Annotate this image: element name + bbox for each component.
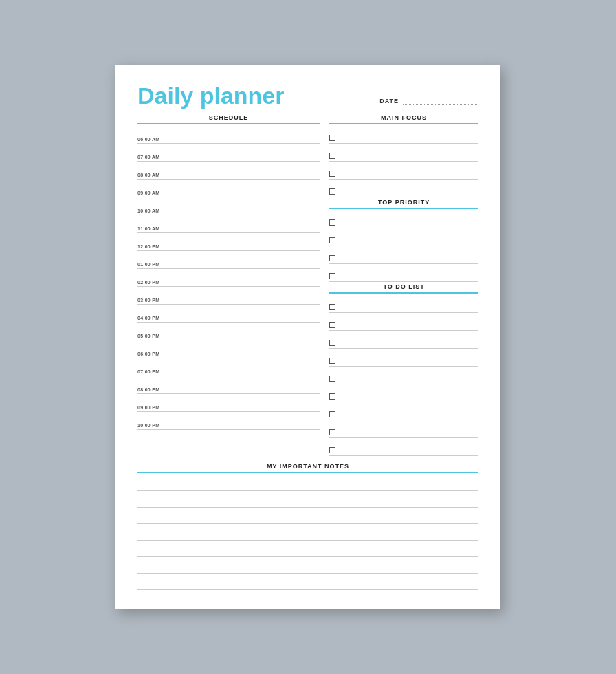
checkbox[interactable]: [329, 376, 336, 382]
time-label: 03.00 PM: [138, 298, 164, 303]
checkbox-row[interactable]: [329, 126, 478, 144]
time-label: 05.00 PM: [138, 334, 164, 338]
checkbox-row[interactable]: [329, 228, 478, 246]
schedule-row[interactable]: 04.00 PM: [138, 305, 320, 323]
notes-line[interactable]: [138, 541, 478, 557]
main-focus-section: MAIN FOCUS: [329, 114, 478, 197]
time-label: 08.00 AM: [138, 173, 164, 177]
checkbox-row[interactable]: [329, 438, 478, 456]
checkbox[interactable]: [329, 255, 336, 261]
checkbox[interactable]: [329, 322, 336, 328]
checkbox[interactable]: [329, 358, 336, 364]
time-label: 07.00 AM: [138, 155, 164, 160]
schedule-row[interactable]: 05.00 PM: [138, 323, 320, 340]
checkbox[interactable]: [329, 340, 336, 346]
schedule-row[interactable]: 01.00 PM: [138, 251, 320, 269]
checkbox[interactable]: [329, 171, 336, 177]
date-line[interactable]: [403, 98, 478, 105]
checkbox[interactable]: [329, 135, 336, 141]
notes-section: MY IMPORTANT NOTES: [138, 463, 478, 590]
date-label: DATE: [380, 98, 399, 105]
top-priority-header: TOP PRIORITY: [329, 199, 478, 209]
checkbox[interactable]: [329, 393, 336, 400]
checkbox[interactable]: [329, 411, 336, 417]
checkbox-row[interactable]: [329, 295, 478, 313]
time-label: 08.00 PM: [138, 387, 164, 392]
time-label: 09.00 AM: [138, 191, 164, 195]
checkbox[interactable]: [329, 273, 336, 279]
schedule-column: SCHEDULE 06.00 AM07.00 AM08.00 AM09.00 A…: [138, 114, 320, 457]
planner-page: Daily planner DATE SCHEDULE 06.00 AM07.0…: [116, 65, 500, 609]
time-label: 02.00 PM: [138, 280, 164, 285]
checkbox-row[interactable]: [329, 180, 478, 197]
schedule-row[interactable]: 08.00 AM: [138, 162, 320, 180]
checkbox-row[interactable]: [329, 210, 478, 228]
todo-section: TO DO LIST: [329, 283, 478, 456]
top-priority-rows: [329, 210, 478, 282]
checkbox-row[interactable]: [329, 384, 478, 402]
time-label: 11.00 AM: [138, 226, 164, 231]
checkbox-row[interactable]: [329, 420, 478, 438]
schedule-row[interactable]: 06.00 PM: [138, 340, 320, 358]
checkbox-row[interactable]: [329, 367, 478, 384]
checkbox[interactable]: [329, 188, 336, 195]
main-focus-rows: [329, 126, 478, 197]
checkbox-row[interactable]: [329, 264, 478, 282]
schedule-row[interactable]: 07.00 AM: [138, 144, 320, 162]
time-label: 10.00 PM: [138, 423, 164, 428]
notes-line[interactable]: [138, 491, 478, 508]
schedule-header: SCHEDULE: [138, 114, 320, 124]
checkbox-row[interactable]: [329, 331, 478, 349]
checkbox-row[interactable]: [329, 144, 478, 162]
checkbox[interactable]: [329, 304, 336, 310]
schedule-row[interactable]: 10.00 AM: [138, 197, 320, 215]
time-label: 04.00 PM: [138, 316, 164, 320]
schedule-row[interactable]: 02.00 PM: [138, 269, 320, 287]
schedule-row[interactable]: 09.00 PM: [138, 394, 320, 412]
checkbox[interactable]: [329, 153, 336, 159]
schedule-rows: 06.00 AM07.00 AM08.00 AM09.00 AM10.00 AM…: [138, 126, 320, 430]
time-label: 06.00 PM: [138, 351, 164, 356]
right-column: MAIN FOCUS TOP PRIORITY TO DO LIST: [329, 114, 478, 457]
todo-rows: [329, 295, 478, 456]
schedule-row[interactable]: 12.00 PM: [138, 233, 320, 251]
schedule-row[interactable]: 07.00 PM: [138, 358, 320, 376]
checkbox-row[interactable]: [329, 402, 478, 420]
checkbox-row[interactable]: [329, 349, 478, 367]
checkbox[interactable]: [329, 237, 336, 243]
checkbox-row[interactable]: [329, 162, 478, 180]
date-area: DATE: [380, 98, 478, 107]
time-label: 09.00 PM: [138, 405, 164, 410]
time-label: 01.00 PM: [138, 262, 164, 267]
notes-header: MY IMPORTANT NOTES: [138, 463, 478, 473]
todo-header: TO DO LIST: [329, 283, 478, 294]
schedule-row[interactable]: 10.00 PM: [138, 412, 320, 430]
checkbox[interactable]: [329, 219, 336, 226]
page-header: Daily planner DATE: [138, 84, 478, 107]
schedule-row[interactable]: 11.00 AM: [138, 215, 320, 233]
notes-line[interactable]: [138, 574, 478, 590]
main-columns: SCHEDULE 06.00 AM07.00 AM08.00 AM09.00 A…: [138, 114, 478, 457]
notes-line[interactable]: [138, 524, 478, 541]
checkbox[interactable]: [329, 429, 336, 435]
top-priority-section: TOP PRIORITY: [329, 199, 478, 282]
schedule-row[interactable]: 06.00 AM: [138, 126, 320, 144]
time-label: 12.00 PM: [138, 244, 164, 249]
notes-line[interactable]: [138, 475, 478, 491]
notes-rows: [138, 475, 478, 590]
schedule-row[interactable]: 08.00 PM: [138, 376, 320, 394]
checkbox-row[interactable]: [329, 246, 478, 264]
notes-line[interactable]: [138, 557, 478, 574]
schedule-row[interactable]: 09.00 AM: [138, 180, 320, 197]
checkbox[interactable]: [329, 447, 336, 453]
time-label: 07.00 PM: [138, 369, 164, 374]
checkbox-row[interactable]: [329, 313, 478, 331]
page-title: Daily planner: [138, 84, 285, 107]
notes-line[interactable]: [138, 508, 478, 524]
time-label: 10.00 AM: [138, 208, 164, 213]
schedule-row[interactable]: 03.00 PM: [138, 287, 320, 305]
main-focus-header: MAIN FOCUS: [329, 114, 478, 124]
time-label: 06.00 AM: [138, 137, 164, 142]
